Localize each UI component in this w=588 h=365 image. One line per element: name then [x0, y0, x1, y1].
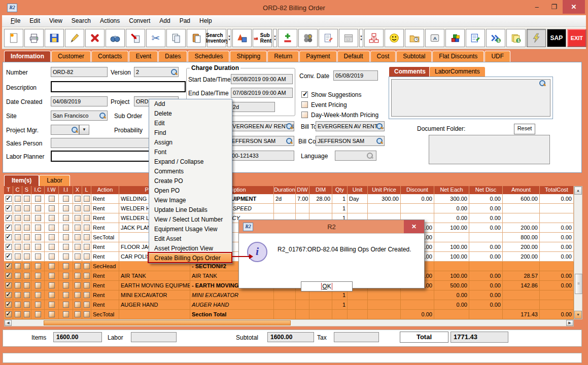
column-header-diw[interactable]: DIW	[296, 186, 309, 194]
row-checkbox[interactable]	[49, 282, 55, 288]
vertical-scroll-thumb[interactable]: ≡	[575, 274, 582, 294]
description-field[interactable]	[51, 81, 186, 92]
tab-return[interactable]: Return	[267, 51, 299, 62]
edit-pencil-icon[interactable]	[65, 29, 84, 47]
context-menu-item-update-line-details[interactable]: Update Line Details	[149, 205, 232, 215]
row-checkbox[interactable]	[75, 273, 81, 279]
row-checkbox[interactable]	[6, 253, 12, 260]
checkbox-event-pricing[interactable]	[301, 101, 308, 108]
row-checkbox[interactable]	[49, 225, 55, 231]
minimize-button[interactable]: –	[528, 0, 545, 14]
column-header-s[interactable]: S	[22, 186, 31, 194]
tab-default[interactable]: Default	[337, 51, 370, 62]
context-menu-item-edit-asset[interactable]: Edit Asset	[149, 234, 232, 244]
row-checkbox[interactable]	[63, 311, 69, 317]
row-checkbox[interactable]	[84, 292, 90, 298]
row-checkbox[interactable]	[49, 311, 55, 317]
row-checkbox[interactable]	[24, 292, 30, 298]
row-checkbox[interactable]	[84, 302, 90, 308]
row-checkbox[interactable]	[6, 225, 12, 231]
smiley-icon[interactable]	[385, 29, 404, 47]
tab-contacts[interactable]: Contacts	[91, 51, 128, 62]
tab-shipping[interactable]: Shipping	[230, 51, 267, 62]
row-checkbox[interactable]	[6, 205, 12, 211]
row-checkbox[interactable]	[49, 205, 55, 211]
account-field[interactable]: 100-121433	[227, 151, 294, 161]
column-header-l[interactable]: L	[82, 186, 91, 194]
row-checkbox[interactable]	[84, 205, 90, 211]
row-checkbox[interactable]	[15, 225, 21, 231]
row-checkbox[interactable]	[75, 311, 81, 317]
maximize-button[interactable]: ❐	[545, 0, 563, 14]
dropdown-arrows-icon[interactable]: ▼▼	[273, 29, 277, 47]
row-checkbox[interactable]	[35, 302, 41, 308]
column-header-i-c[interactable]: I.C	[31, 186, 45, 194]
bill-contact-field[interactable]: JEFFERSON SAM	[316, 136, 385, 146]
menu-convert[interactable]: Convert	[124, 16, 155, 25]
column-header-action[interactable]: Action	[91, 186, 119, 194]
conv-date-field[interactable]: 05/08/2019	[333, 70, 378, 81]
row-checkbox[interactable]	[75, 205, 81, 211]
context-menu-item-edit[interactable]: Edit	[149, 119, 232, 128]
exit-button[interactable]: EXIT	[567, 29, 586, 47]
column-header-dim[interactable]: DIM	[309, 186, 332, 194]
row-checkbox[interactable]	[35, 225, 41, 231]
context-menu-item-font[interactable]: Font	[149, 148, 232, 157]
customer-search-icon[interactable]	[286, 123, 293, 130]
row-checkbox[interactable]	[63, 263, 69, 269]
row-checkbox[interactable]	[75, 253, 81, 260]
contact-field[interactable]: JEFFERSON SAM	[227, 136, 294, 146]
ok-button[interactable]: OK	[301, 281, 353, 291]
menu-file[interactable]: File	[6, 16, 25, 25]
tab-udf[interactable]: UDF	[485, 51, 510, 62]
item-tab-labor[interactable]: Labor	[39, 175, 70, 187]
row-checkbox[interactable]	[49, 292, 55, 298]
row-checkbox[interactable]	[84, 263, 90, 269]
lightning-icon[interactable]	[527, 29, 546, 47]
row-checkbox[interactable]	[35, 253, 41, 260]
search-inventory-button[interactable]: SearchInventory	[207, 29, 226, 47]
row-checkbox[interactable]	[6, 292, 12, 298]
row-checkbox[interactable]	[15, 215, 21, 221]
row-checkbox[interactable]	[63, 273, 69, 279]
menu-pad[interactable]: Pad	[175, 16, 195, 25]
row-checkbox[interactable]	[15, 282, 21, 288]
menu-actions[interactable]: Actions	[95, 16, 124, 25]
row-checkbox[interactable]	[63, 253, 69, 260]
folder-clock-icon[interactable]	[405, 29, 424, 47]
menu-add[interactable]: Add	[155, 16, 175, 25]
row-checkbox[interactable]	[15, 196, 21, 202]
row-checkbox[interactable]	[35, 273, 41, 279]
table-row[interactable]: RentAUGER HANDAUGER HAND10.000.00	[4, 300, 574, 310]
row-checkbox[interactable]	[35, 205, 41, 211]
row-checkbox[interactable]	[75, 225, 81, 231]
checkbox-show-suggestions[interactable]	[301, 91, 308, 98]
convert-icon[interactable]	[232, 29, 252, 47]
row-checkbox[interactable]	[15, 302, 21, 308]
row-checkbox[interactable]	[6, 196, 12, 202]
row-checkbox[interactable]	[35, 196, 41, 202]
scroll-left-icon[interactable]: ◀	[5, 320, 12, 326]
row-checkbox[interactable]	[63, 234, 69, 240]
table-row[interactable]: RentMINI EXCAVATORMINI EXCAVATOR10.000.0…	[4, 290, 574, 300]
context-menu-item-add[interactable]: Add	[149, 99, 232, 109]
dropdown-arrows-icon[interactable]: ▼▼	[359, 29, 363, 47]
row-checkbox[interactable]	[84, 225, 90, 231]
sub-rent-button[interactable]: Sub Rent	[253, 29, 272, 47]
menu-help[interactable]: Help	[195, 16, 217, 25]
duration-field[interactable]: 2d	[231, 102, 275, 112]
row-checkbox[interactable]	[24, 196, 30, 202]
notes-dollar-icon[interactable]: $	[506, 29, 526, 47]
site-search-icon[interactable]	[99, 112, 106, 119]
context-menu-item-create-po[interactable]: Create PO	[149, 176, 232, 186]
column-header-amount[interactable]: Amount	[503, 186, 540, 194]
column-header-unit[interactable]: Unit	[348, 186, 368, 194]
tab-cost[interactable]: Cost	[370, 51, 396, 62]
menu-edit[interactable]: Edit	[25, 16, 45, 25]
find-binoculars-icon[interactable]	[106, 29, 125, 47]
row-checkbox[interactable]	[6, 302, 12, 308]
copy-special-icon[interactable]	[126, 29, 145, 47]
tab-subtotal[interactable]: Subtotal	[396, 51, 432, 62]
new-document-icon[interactable]	[4, 29, 23, 47]
row-checkbox[interactable]	[63, 196, 69, 202]
